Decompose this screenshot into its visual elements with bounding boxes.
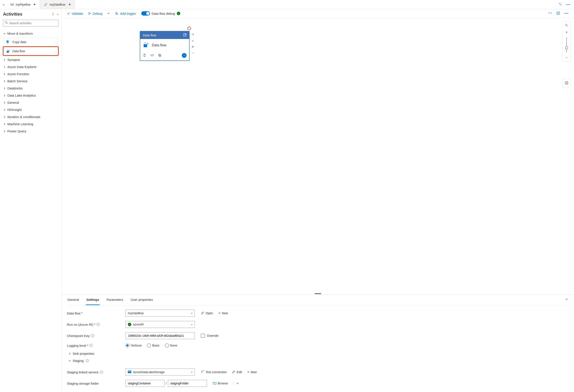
next-arrow-icon[interactable]: →: [182, 53, 186, 58]
search-canvas-icon[interactable]: [565, 23, 569, 27]
logging-none-radio[interactable]: None: [165, 343, 177, 347]
expand-fullscreen-icon[interactable]: [559, 2, 562, 6]
tab-parameters[interactable]: Parameters: [106, 295, 124, 305]
validate-button[interactable]: Validate: [67, 12, 83, 15]
dataflow-value: myDataflow: [128, 312, 144, 315]
category-item[interactable]: Iteration & conditionals: [3, 113, 59, 120]
radio-label: None: [170, 344, 177, 347]
debug-dropdown[interactable]: [107, 12, 110, 15]
tab-dataflow[interactable]: myDataflow: [40, 0, 75, 9]
category-item[interactable]: Azure Function: [3, 70, 59, 78]
override-label: Override: [207, 334, 219, 337]
info-icon[interactable]: i: [91, 334, 94, 337]
dataflow-node-icon: [143, 42, 149, 48]
code-view-icon[interactable]: [548, 11, 552, 16]
category-item[interactable]: Synapse: [3, 56, 59, 63]
sink-properties-section[interactable]: Sink properties: [69, 350, 569, 357]
category-item[interactable]: HDInsight: [3, 106, 59, 113]
checkpoint-input[interactable]: [125, 332, 195, 339]
sort-icon[interactable]: [52, 13, 55, 16]
info-icon[interactable]: i: [89, 344, 93, 347]
zoom-slider-thumb[interactable]: [565, 46, 568, 49]
activity-copy-data[interactable]: Copy data ⋮⋮: [3, 38, 58, 46]
browse-dropdown-icon[interactable]: [233, 382, 239, 385]
add-trigger-button[interactable]: Add trigger: [115, 12, 136, 15]
check-circle-icon: ✓: [177, 12, 180, 15]
svg-rect-19: [159, 55, 161, 57]
staging-label: Staging: [73, 359, 84, 363]
edit-link[interactable]: Edit: [232, 370, 242, 374]
delete-icon[interactable]: [143, 54, 146, 58]
clone-icon[interactable]: [158, 54, 162, 58]
staging-service-select[interactable]: AzureDataLakeStorage ▾: [125, 369, 195, 375]
dataflow-select[interactable]: myDataflow ▾: [125, 310, 195, 317]
category-item[interactable]: Machine Learning: [3, 120, 59, 128]
activity-data-flow[interactable]: Data flow ⋮⋮: [3, 47, 58, 55]
pipeline-toolbar: Validate Debug Add trigger Data flow deb…: [62, 9, 574, 18]
svg-line-5: [7, 23, 8, 24]
success-icon[interactable]: ✓: [191, 39, 195, 43]
tab-general[interactable]: General: [67, 295, 79, 305]
category-item[interactable]: General: [3, 99, 59, 106]
search-field[interactable]: [9, 21, 57, 25]
open-link[interactable]: Open: [201, 311, 213, 315]
breakpoint-icon[interactable]: [187, 27, 191, 30]
logging-basic-radio[interactable]: Basic: [147, 343, 160, 347]
info-icon[interactable]: i: [100, 371, 103, 373]
staging-container-input[interactable]: [125, 380, 164, 387]
zoom-out-icon[interactable]: −: [565, 56, 569, 59]
radio-label: Verbose: [131, 344, 142, 347]
category-label: Data Lake Analytics: [7, 94, 36, 97]
browse-link[interactable]: Browse: [213, 382, 228, 385]
staging-section[interactable]: Staging i: [69, 357, 569, 364]
completion-icon[interactable]: →: [191, 51, 195, 55]
info-icon[interactable]: i: [86, 359, 89, 362]
tab-settings[interactable]: Settings: [86, 295, 100, 305]
dataflow-debug-toggle[interactable]: Data flow debug ✓: [141, 11, 180, 16]
category-item[interactable]: Power Query: [3, 128, 59, 135]
more-menu-icon[interactable]: •••: [566, 3, 571, 6]
radio-icon: [125, 343, 129, 347]
svg-marker-8: [9, 50, 10, 51]
debug-button[interactable]: Debug: [88, 12, 102, 15]
category-item[interactable]: Databricks: [3, 85, 59, 92]
code-icon[interactable]: [150, 54, 154, 58]
panel-splitter[interactable]: [62, 293, 574, 294]
test-connection-link[interactable]: Test connection: [201, 370, 227, 374]
collapse-sidebar-icon[interactable]: «: [57, 13, 59, 16]
failure-icon[interactable]: ✕: [191, 45, 195, 49]
expand-left-button[interactable]: »: [1, 3, 6, 6]
runon-select[interactable]: ✓azureIR ▾: [125, 321, 195, 328]
logging-verbose-radio[interactable]: Verbose: [125, 343, 142, 347]
pipeline-canvas[interactable]: Data flow Data flow: [62, 18, 574, 293]
more-icon[interactable]: •••: [564, 12, 569, 15]
dataflow-node[interactable]: Data flow Data flow: [140, 31, 190, 61]
fit-to-screen-icon[interactable]: [562, 78, 571, 87]
new-service-link[interactable]: +New: [247, 370, 257, 374]
zoom-slider[interactable]: [566, 37, 567, 52]
category-move-transform[interactable]: Move & transform: [3, 30, 59, 37]
zoom-in-icon[interactable]: +: [565, 30, 569, 34]
redo-icon[interactable]: ↷: [191, 33, 195, 37]
node-header-label: Data flow: [143, 33, 156, 37]
required-icon: *: [82, 312, 83, 315]
staging-folder-input[interactable]: [168, 380, 207, 387]
search-activities-input[interactable]: [3, 20, 59, 26]
category-label: Move & transform: [7, 32, 33, 35]
category-item[interactable]: Azure Data Explorer: [3, 63, 59, 70]
override-checkbox[interactable]: [201, 334, 205, 338]
tab-pipeline[interactable]: myPipeline: [6, 0, 40, 9]
info-icon[interactable]: i: [97, 323, 100, 326]
plus-icon: +: [218, 311, 221, 315]
required-icon: *: [87, 344, 88, 347]
tab-user-properties[interactable]: User properties: [130, 295, 153, 305]
category-item[interactable]: Data Lake Analytics: [3, 92, 59, 99]
open-external-icon[interactable]: [183, 33, 186, 37]
properties-icon[interactable]: [556, 11, 560, 16]
svg-rect-18: [159, 54, 160, 56]
activities-sidebar: Activities « Move & transform: [0, 9, 62, 392]
new-label: New: [222, 312, 228, 315]
category-item[interactable]: Batch Service: [3, 78, 59, 85]
new-link[interactable]: +New: [218, 311, 228, 315]
collapse-panel-icon[interactable]: [564, 295, 569, 305]
